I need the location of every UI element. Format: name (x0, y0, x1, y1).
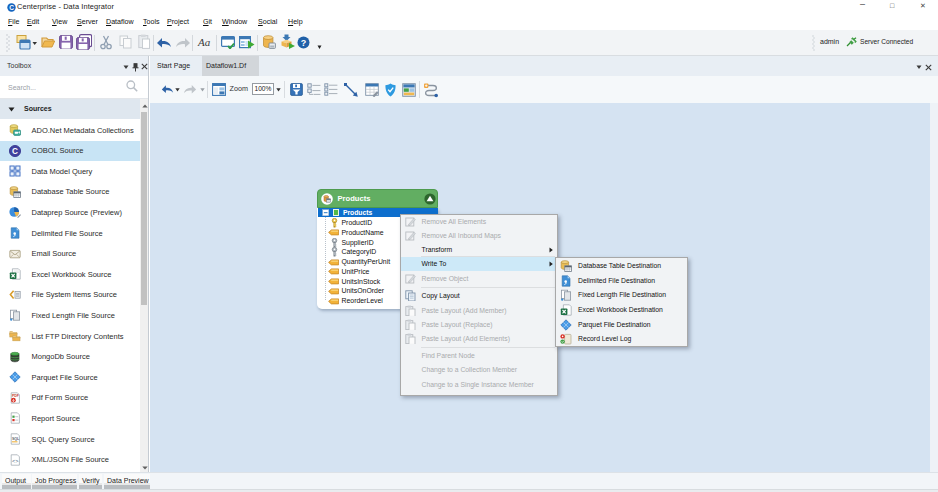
svg-text:SQL: SQL (12, 437, 20, 441)
svg-text:C: C (12, 146, 18, 155)
svg-text:?: ? (301, 38, 307, 48)
svg-text:<>: <> (12, 458, 18, 464)
svg-text:C: C (9, 3, 14, 10)
svg-text:PDF: PDF (12, 394, 19, 398)
